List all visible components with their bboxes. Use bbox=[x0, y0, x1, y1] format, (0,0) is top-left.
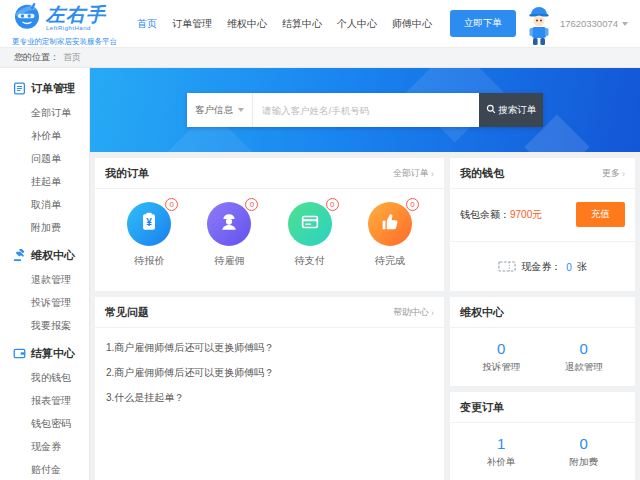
worker-mascot-icon bbox=[526, 2, 552, 46]
status-label: 待支付 bbox=[295, 254, 325, 268]
chevron-right-icon: › bbox=[622, 169, 625, 179]
nav-order-management[interactable]: 订单管理 bbox=[172, 17, 212, 31]
stat-value: 0 bbox=[570, 435, 599, 452]
sidebar-item-cash-coupons[interactable]: 现金券 bbox=[13, 435, 89, 458]
my-orders-card: 我的订单 全部订单 › ¥ 0 bbox=[95, 158, 444, 291]
sidebar-item-complaint-management[interactable]: 投诉管理 bbox=[13, 291, 89, 314]
sidebar-item-refund-management[interactable]: 退款管理 bbox=[13, 268, 89, 291]
stat-value: 0 bbox=[565, 340, 603, 357]
sidebar-section-label: 订单管理 bbox=[31, 81, 75, 96]
recharge-button[interactable]: 充值 bbox=[576, 202, 625, 227]
help-center-link[interactable]: 帮助中心 › bbox=[393, 306, 434, 319]
faq-title: 常见问题 bbox=[105, 305, 149, 320]
cash-coupon-row[interactable]: 现金券：0张 bbox=[450, 242, 635, 292]
status-pending-quote[interactable]: ¥ 0 待报价 bbox=[127, 202, 171, 268]
help-center-link-label: 帮助中心 bbox=[393, 306, 429, 319]
status-pending-payment[interactable]: 0 待支付 bbox=[288, 202, 332, 268]
faq-card: 常见问题 帮助中心 › 1.商户雇佣师傅后还可以更换师傅吗？ 2.商户雇佣师傅后… bbox=[95, 297, 444, 480]
status-label: 待雇佣 bbox=[214, 254, 244, 268]
sidebar: 订单管理 全部订单 补价单 问题单 挂起单 取消单 附加费 维权中心 退款管理 … bbox=[0, 68, 90, 480]
nav-master-center[interactable]: 师傅中心 bbox=[392, 17, 432, 31]
sidebar-item-wallet-password[interactable]: 钱包密码 bbox=[13, 412, 89, 435]
chevron-down-icon bbox=[238, 108, 244, 112]
stat-refund-management[interactable]: 0 退款管理 bbox=[565, 340, 603, 374]
stat-label: 补价单 bbox=[487, 456, 516, 469]
logo[interactable]: 左右手 LeftRightHand 更专业的定制家居安装服务平台 bbox=[12, 1, 117, 47]
status-pending-completion[interactable]: 0 待完成 bbox=[368, 202, 412, 268]
sidebar-section-label: 维权中心 bbox=[31, 248, 75, 263]
wallet-more-link[interactable]: 更多 › bbox=[602, 167, 625, 180]
order-now-button[interactable]: 立即下单 bbox=[450, 10, 516, 37]
account-phone-dropdown[interactable]: 17620330074 bbox=[560, 18, 628, 29]
sidebar-item-supplement-orders[interactable]: 补价单 bbox=[13, 124, 89, 147]
breadcrumb: 您的位置： 首页 bbox=[0, 48, 640, 68]
nav-personal-center[interactable]: 个人中心 bbox=[337, 17, 377, 31]
worker-icon bbox=[218, 211, 240, 237]
sidebar-item-cancelled-orders[interactable]: 取消单 bbox=[13, 193, 89, 216]
sidebar-item-suspended-orders[interactable]: 挂起单 bbox=[13, 170, 89, 193]
nav-rights-center[interactable]: 维权中心 bbox=[227, 17, 267, 31]
sidebar-item-my-wallet[interactable]: 我的钱包 bbox=[13, 366, 89, 389]
thumbs-up-icon bbox=[379, 211, 401, 237]
chevron-right-icon: › bbox=[431, 308, 434, 318]
coupon-label: 现金券： bbox=[521, 260, 561, 274]
svg-text:¥: ¥ bbox=[146, 217, 152, 228]
nav-settlement-center[interactable]: 结算中心 bbox=[282, 17, 322, 31]
status-badge: 0 bbox=[406, 198, 419, 211]
main-content: 客户信息 搜索订单 我的订单 全部 bbox=[90, 68, 640, 480]
search-filter-dropdown[interactable]: 客户信息 bbox=[187, 93, 253, 127]
bank-card-icon bbox=[299, 211, 321, 237]
quote-clipboard-icon: ¥ bbox=[138, 211, 160, 237]
sidebar-item-extra-fees[interactable]: 附加费 bbox=[13, 216, 89, 239]
ticket-icon bbox=[498, 261, 516, 274]
stat-supplement-orders[interactable]: 1 补价单 bbox=[487, 435, 516, 469]
wallet-balance: 钱包余额：9700元 bbox=[460, 208, 542, 222]
faq-question[interactable]: 3.什么是挂起单？ bbox=[106, 385, 433, 410]
search-input[interactable] bbox=[253, 93, 479, 127]
status-pending-hire[interactable]: 0 待雇佣 bbox=[207, 202, 251, 268]
logo-tagline: 更专业的定制家居安装服务平台 bbox=[12, 37, 117, 47]
status-label: 待完成 bbox=[375, 254, 405, 268]
all-orders-link-label: 全部订单 bbox=[393, 167, 429, 180]
wallet-balance-value: 9700元 bbox=[510, 209, 542, 220]
status-badge: 0 bbox=[165, 198, 178, 211]
stat-extra-fees[interactable]: 0 附加费 bbox=[570, 435, 599, 469]
stat-label: 附加费 bbox=[570, 456, 599, 469]
stat-label: 退款管理 bbox=[565, 361, 603, 374]
sidebar-section-rights-center[interactable]: 维权中心 bbox=[13, 239, 89, 268]
sidebar-item-all-orders[interactable]: 全部订单 bbox=[13, 101, 89, 124]
logo-name: 左右手 bbox=[46, 5, 106, 24]
sidebar-section-order-management[interactable]: 订单管理 bbox=[13, 72, 89, 101]
faq-question[interactable]: 2.商户雇佣师傅后还可以更换师傅吗？ bbox=[106, 360, 433, 385]
sidebar-item-compensation-fund[interactable]: 赔付金 bbox=[13, 458, 89, 480]
chevron-down-icon bbox=[622, 22, 628, 26]
rights-center-title: 维权中心 bbox=[460, 305, 504, 320]
search-bar: 客户信息 搜索订单 bbox=[187, 93, 543, 127]
order-list-icon bbox=[13, 82, 26, 95]
all-orders-link[interactable]: 全部订单 › bbox=[393, 167, 434, 180]
coupon-unit: 张 bbox=[577, 260, 587, 274]
wallet-title: 我的钱包 bbox=[460, 166, 504, 181]
chevron-right-icon: › bbox=[431, 169, 434, 179]
stat-label: 投诉管理 bbox=[482, 361, 520, 374]
search-button[interactable]: 搜索订单 bbox=[479, 93, 543, 127]
stat-value: 0 bbox=[482, 340, 520, 357]
sidebar-item-problem-orders[interactable]: 问题单 bbox=[13, 147, 89, 170]
wallet-balance-label: 钱包余额： bbox=[460, 209, 510, 220]
sidebar-section-settlement-center[interactable]: 结算中心 bbox=[13, 337, 89, 366]
logo-mascot-icon bbox=[12, 1, 42, 35]
faq-question[interactable]: 1.商户雇佣师傅后还可以更换师傅吗？ bbox=[106, 335, 433, 360]
breadcrumb-current[interactable]: 首页 bbox=[63, 51, 81, 64]
nav-home[interactable]: 首页 bbox=[137, 17, 157, 31]
rights-center-card: 维权中心 0 投诉管理 0 退款管理 bbox=[450, 297, 635, 386]
status-label: 待报价 bbox=[134, 254, 164, 268]
main-nav: 首页 订单管理 维权中心 结算中心 个人中心 师傅中心 bbox=[137, 17, 432, 31]
sidebar-section-label: 结算中心 bbox=[31, 346, 75, 361]
sidebar-item-report-management[interactable]: 报表管理 bbox=[13, 389, 89, 412]
wallet-more-link-label: 更多 bbox=[602, 167, 620, 180]
coupon-count: 0 bbox=[566, 262, 572, 273]
my-wallet-card: 我的钱包 更多 › 钱包余额：9700元 充值 bbox=[450, 158, 635, 291]
stat-complaint-management[interactable]: 0 投诉管理 bbox=[482, 340, 520, 374]
sidebar-item-file-report[interactable]: 我要报案 bbox=[13, 314, 89, 337]
app-header: 左右手 LeftRightHand 更专业的定制家居安装服务平台 首页 订单管理… bbox=[0, 0, 640, 48]
